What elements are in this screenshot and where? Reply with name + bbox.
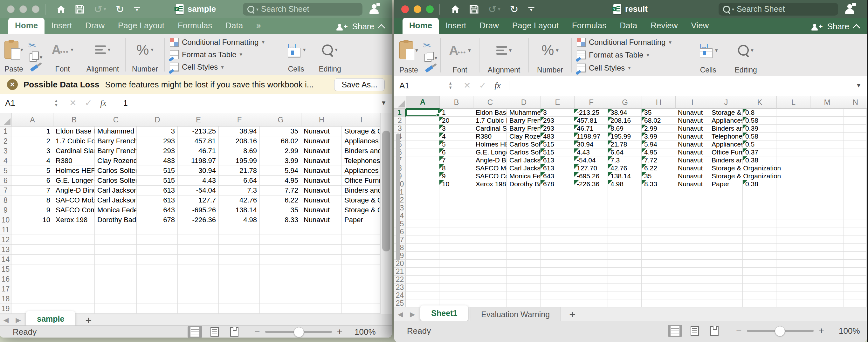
- tab-draw[interactable]: Draw: [473, 18, 505, 34]
- sheet-tab-sheet1[interactable]: Sheet1: [420, 306, 468, 321]
- cell-B11[interactable]: [439, 188, 473, 196]
- cell-M15[interactable]: [810, 220, 844, 228]
- cell-N2[interactable]: [844, 117, 867, 125]
- cell-A12[interactable]: [406, 196, 439, 204]
- cell-H22[interactable]: [642, 276, 675, 283]
- cell-D2[interactable]: Barry Frenc: [507, 117, 540, 125]
- col-header-H[interactable]: H: [642, 96, 676, 109]
- cell-N23[interactable]: [844, 283, 867, 291]
- cell-D22[interactable]: [507, 276, 540, 283]
- toolbar-options-icon[interactable]: ▾: [134, 7, 140, 11]
- row-header-23[interactable]: 23: [394, 283, 406, 291]
- cell-N19[interactable]: [844, 252, 867, 260]
- cell-N14[interactable]: [844, 212, 867, 220]
- cell-B23[interactable]: [439, 283, 473, 291]
- cell-J25[interactable]: [709, 300, 743, 307]
- redo-icon[interactable]: ↻: [510, 4, 519, 14]
- cell-E2[interactable]: 293: [540, 117, 574, 125]
- cell-J2[interactable]: Appliances: [709, 117, 743, 125]
- col-header-N[interactable]: N: [844, 96, 867, 109]
- cell-K18[interactable]: [743, 244, 776, 252]
- row-header-21[interactable]: 21: [394, 268, 406, 276]
- cell-B2[interactable]: 20: [439, 117, 473, 125]
- cell-K25[interactable]: [743, 300, 776, 307]
- cell-L23[interactable]: [776, 283, 810, 291]
- cell-E5[interactable]: 30.94: [178, 166, 219, 176]
- font-label[interactable]: Font: [453, 64, 467, 74]
- col-header-I[interactable]: I: [342, 113, 380, 126]
- row-header-16[interactable]: 16: [0, 274, 11, 284]
- cell-B13[interactable]: [53, 245, 95, 255]
- zoom-slider-thumb[interactable]: [294, 327, 304, 337]
- cell-E17[interactable]: [178, 284, 219, 294]
- cell-K16[interactable]: [743, 228, 776, 236]
- cell-styles-button[interactable]: Cell Styles▾: [170, 63, 275, 71]
- cell-H9[interactable]: 35: [642, 172, 675, 180]
- cell-N22[interactable]: [844, 276, 867, 283]
- cell-G1[interactable]: 38.94: [608, 109, 642, 117]
- cell-C8[interactable]: SAFCO Mo: [473, 164, 507, 172]
- select-all-corner[interactable]: [394, 96, 406, 108]
- number-format-icon[interactable]: %: [541, 42, 554, 58]
- cell-B1[interactable]: Eldon Base f: [53, 126, 95, 136]
- cell-I4[interactable]: Nunavut: [675, 132, 709, 141]
- cell-M6[interactable]: [810, 149, 844, 156]
- cell-C4[interactable]: Clay Rozenda: [95, 156, 137, 166]
- cell-E14[interactable]: [178, 255, 219, 265]
- cell-H12[interactable]: [301, 235, 342, 245]
- prev-sheet-icon[interactable]: ◀: [0, 316, 12, 324]
- cell-L2[interactable]: [776, 117, 810, 125]
- cell-N17[interactable]: [844, 236, 867, 244]
- cell-L18[interactable]: [776, 244, 810, 252]
- cell-E7[interactable]: 613: [540, 156, 574, 164]
- row-header-24[interactable]: 24: [394, 291, 406, 300]
- normal-view-button[interactable]: [188, 326, 202, 338]
- cell-A17[interactable]: [406, 236, 439, 244]
- cell-E1[interactable]: 3: [540, 109, 574, 117]
- cell-G14[interactable]: [608, 212, 642, 220]
- row-header-3[interactable]: 3: [394, 125, 406, 132]
- tab-overflow-chevron[interactable]: »: [250, 18, 268, 34]
- cell-D15[interactable]: [507, 220, 540, 228]
- cell-F9[interactable]: -695.26: [574, 172, 608, 180]
- row-header-9[interactable]: 9: [0, 205, 11, 215]
- cell-B10[interactable]: Xerox 198: [53, 215, 95, 225]
- cell-C15[interactable]: [95, 265, 137, 274]
- cell-M7[interactable]: [810, 156, 844, 164]
- cell-E20[interactable]: [540, 260, 574, 268]
- cell-C7[interactable]: Carl Jackson: [95, 186, 137, 195]
- cell-L11[interactable]: [776, 188, 810, 196]
- cell-D9[interactable]: Monica Fed: [507, 172, 540, 180]
- cell-A5[interactable]: 5: [11, 166, 53, 176]
- alignment-icon[interactable]: [95, 45, 106, 54]
- col-header-E[interactable]: E: [178, 113, 219, 126]
- cell-A6[interactable]: [406, 149, 439, 156]
- cell-A1[interactable]: 1: [11, 126, 53, 136]
- contacts-icon[interactable]: [844, 4, 855, 14]
- tab-insert[interactable]: Insert: [439, 18, 473, 34]
- cell-L5[interactable]: [776, 141, 810, 149]
- cell-F10[interactable]: -226.36: [574, 180, 608, 188]
- cell-A18[interactable]: [11, 294, 53, 304]
- cell-H19[interactable]: [301, 304, 342, 314]
- cell-K5[interactable]: 0.5: [743, 141, 776, 149]
- row-header-2[interactable]: 2: [394, 117, 406, 125]
- cell-B5[interactable]: Holmes HEPA: [53, 166, 95, 176]
- confirm-icon[interactable]: ✓: [479, 81, 487, 91]
- cell-B11[interactable]: [53, 225, 95, 235]
- format-as-table-button[interactable]: Format as Table▾: [170, 50, 275, 59]
- cell-E14[interactable]: [540, 212, 574, 220]
- cell-G23[interactable]: [608, 283, 642, 291]
- cell-I22[interactable]: [675, 276, 709, 283]
- cell-N24[interactable]: [844, 291, 867, 300]
- cell-I9[interactable]: Storage & Orga: [342, 205, 380, 215]
- tab-data[interactable]: Data: [613, 18, 644, 34]
- cell-M24[interactable]: [810, 291, 844, 300]
- cell-G6[interactable]: 4.95: [260, 176, 301, 186]
- cell-A15[interactable]: [11, 265, 53, 274]
- row-header-1[interactable]: 1: [0, 126, 11, 136]
- cell-N9[interactable]: [844, 172, 867, 180]
- cell-H8[interactable]: 6.22: [642, 164, 675, 172]
- cell-N11[interactable]: [844, 188, 867, 196]
- cell-A8[interactable]: [406, 164, 439, 172]
